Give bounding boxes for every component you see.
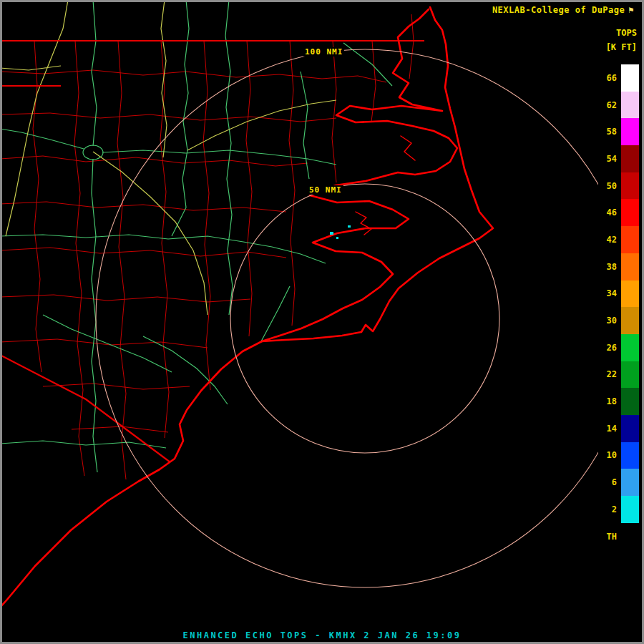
legend-entry: 30: [598, 307, 639, 334]
source-credit: NEXLAB-College of DuPage ⚑: [492, 5, 634, 15]
legend-color-swatch: [621, 442, 639, 469]
legend-color-swatch: [621, 280, 639, 308]
legend-entry: 2: [598, 496, 639, 523]
legend-color-swatch: [621, 172, 639, 200]
legend-entry: 42: [598, 226, 639, 253]
legend-title: TOPS [K FT]: [606, 26, 637, 55]
legend-entry: 58: [598, 118, 639, 145]
legend-color-swatch: [621, 253, 639, 280]
legend-entry: 46: [598, 199, 639, 226]
legend-tick-label: 66: [598, 73, 617, 83]
range-ring-100nmi: [96, 49, 634, 587]
legend-title-units: [K FT]: [606, 40, 637, 54]
range-ring-50nmi: [230, 184, 499, 453]
legend-tick-label: 2: [598, 504, 617, 514]
legend-tick-label: 62: [598, 100, 617, 110]
legend-tick-label: 10: [598, 450, 617, 460]
legend-entry: 26: [598, 334, 639, 361]
legend-color-swatch: [621, 496, 639, 523]
state-borders: [0, 41, 424, 462]
legend-color-swatch: [621, 118, 639, 145]
legend-tick-label: 14: [598, 424, 617, 434]
range-rings: [96, 49, 634, 587]
legend-color-swatch: [621, 388, 639, 415]
legend-tick-label: 50: [598, 181, 617, 191]
legend-entry: 54: [598, 145, 639, 172]
echo-cell: [348, 225, 351, 228]
legend-color-swatch: [621, 145, 639, 172]
legend-entry: 50: [598, 172, 639, 200]
legend-tick-label: 30: [598, 316, 617, 326]
highways: [0, 0, 336, 315]
legend-color-swatch: [621, 199, 639, 226]
legend-entry: 34: [598, 280, 639, 308]
source-credit-text: NEXLAB-College of DuPage: [492, 5, 625, 15]
legend-entry: TH: [598, 523, 639, 550]
roads-network: [0, 0, 392, 472]
legend-entry: 18: [598, 388, 639, 415]
legend-color-swatch: [621, 361, 639, 389]
legend-color-swatch: [621, 307, 639, 334]
legend-tick-label: 26: [598, 343, 617, 353]
legend-tick-label: 38: [598, 262, 617, 272]
legend-entry: 14: [598, 415, 639, 442]
city-beltline-loop: [83, 145, 103, 160]
nc-sc-border: [0, 355, 170, 462]
product-caption: ENHANCED ECHO TOPS - KMHX 2 JAN 26 19:09: [0, 630, 644, 640]
legend-entry: 66: [598, 64, 639, 92]
legend-tick-label: 6: [598, 477, 617, 487]
legend-color-swatch: [621, 415, 639, 442]
coastline: [0, 7, 493, 608]
legend-tick-label: 54: [598, 154, 617, 164]
legend-color-swatch: [621, 92, 639, 119]
legend-entry: 22: [598, 361, 639, 389]
legend-entry: 62: [598, 92, 639, 119]
radar-screen: 100 NMI 50 NMI NEXLAB-College of DuPage …: [0, 0, 644, 644]
county-borders: [0, 14, 414, 479]
legend-tick-label: 22: [598, 369, 617, 379]
legend-tick-label: 18: [598, 396, 617, 406]
legend-entry: 6: [598, 469, 639, 496]
color-scale-legend: 66625854504642383430262218141062TH: [598, 64, 639, 550]
range-ring-label-100nmi: 100 NMI: [303, 47, 344, 57]
echo-cell: [336, 237, 338, 239]
legend-tick-label: 58: [598, 127, 617, 137]
legend-tick-label: 42: [598, 235, 617, 245]
cod-flag-icon: ⚑: [628, 6, 634, 14]
legend-color-swatch: [621, 334, 639, 361]
legend-color-swatch: [621, 226, 639, 253]
echo-cell: [330, 232, 333, 235]
legend-title-product: TOPS: [606, 26, 637, 40]
legend-tick-label: TH: [598, 532, 617, 542]
legend-entry: 38: [598, 253, 639, 280]
legend-tick-label: 46: [598, 208, 617, 218]
range-ring-label-50nmi: 50 NMI: [308, 185, 343, 195]
legend-color-swatch: [621, 64, 639, 92]
legend-color-swatch: [621, 469, 639, 496]
radar-map: [0, 0, 644, 644]
outer-banks-ocean-coast: [0, 7, 493, 608]
legend-tick-label: 34: [598, 288, 617, 298]
legend-entry: 10: [598, 442, 639, 469]
legend-color-swatch: [621, 523, 639, 550]
